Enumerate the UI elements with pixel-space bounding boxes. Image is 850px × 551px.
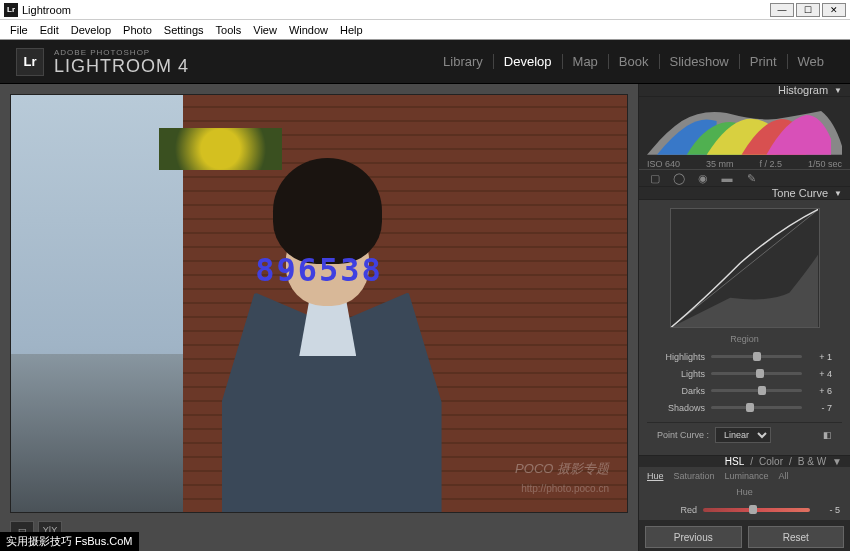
logo-badge: Lr (16, 48, 44, 76)
tab-all[interactable]: All (779, 471, 789, 481)
menu-view[interactable]: View (247, 24, 283, 36)
module-slideshow[interactable]: Slideshow (660, 54, 740, 69)
menu-window[interactable]: Window (283, 24, 334, 36)
slider-red[interactable]: Red - 5 (649, 501, 840, 518)
photo-preview[interactable]: 896538 POCO 摄影专题 http://photo.poco.cn (10, 94, 628, 513)
menu-help[interactable]: Help (334, 24, 369, 36)
module-book[interactable]: Book (609, 54, 660, 69)
footer-watermark: 实用摄影技巧 FsBus.CoM (0, 532, 139, 551)
hsl-tabs: Hue Saturation Luminance All (639, 467, 850, 485)
tone-curve-header[interactable]: Tone Curve▼ (639, 187, 850, 200)
watermark-brand: POCO 摄影专题 (515, 460, 609, 478)
menubar: File Edit Develop Photo Settings Tools V… (0, 20, 850, 40)
histo-focal: 35 mm (706, 159, 734, 169)
module-develop[interactable]: Develop (494, 54, 563, 69)
point-curve-label: Point Curve : (657, 430, 709, 440)
chevron-down-icon: ▼ (834, 189, 842, 198)
app-icon: Lr (4, 3, 18, 17)
curve-edit-icon[interactable]: ◧ (823, 430, 832, 440)
brush-tool-icon[interactable]: ✎ (743, 170, 759, 186)
previous-button[interactable]: Previous (645, 526, 742, 548)
slider-darks[interactable]: Darks + 6 (657, 382, 832, 399)
histo-aperture: f / 2.5 (759, 159, 782, 169)
minimize-button[interactable]: — (770, 3, 794, 17)
menu-settings[interactable]: Settings (158, 24, 210, 36)
tone-curve-graph[interactable] (670, 208, 820, 328)
crop-tool-icon[interactable]: ▢ (647, 170, 663, 186)
tab-hue[interactable]: Hue (647, 471, 664, 481)
point-curve-select[interactable]: Linear (715, 427, 771, 443)
window-title: Lightroom (22, 4, 71, 16)
region-label: Region (647, 328, 842, 346)
hsl-header[interactable]: HSL/ Color/ B & W ▼ (639, 455, 850, 467)
brand-name: LIGHTROOM 4 (54, 57, 189, 75)
module-library[interactable]: Library (433, 54, 494, 69)
histogram-header[interactable]: Histogram▼ (639, 84, 850, 97)
app-header: Lr ADOBE PHOTOSHOP LIGHTROOM 4 Library D… (0, 40, 850, 84)
menu-file[interactable]: File (4, 24, 34, 36)
main-canvas: 896538 POCO 摄影专题 http://photo.poco.cn ▭ … (0, 84, 638, 551)
window-titlebar: Lr Lightroom — ☐ ✕ (0, 0, 850, 20)
reset-button[interactable]: Reset (748, 526, 845, 548)
right-panel: Histogram▼ ISO 640 35 mm f / 2.5 1/50 se… (638, 84, 850, 551)
histogram-graph (647, 101, 842, 155)
menu-develop[interactable]: Develop (65, 24, 117, 36)
tab-saturation[interactable]: Saturation (674, 471, 715, 481)
module-print[interactable]: Print (740, 54, 788, 69)
slider-lights[interactable]: Lights + 4 (657, 365, 832, 382)
module-map[interactable]: Map (563, 54, 609, 69)
maximize-button[interactable]: ☐ (796, 3, 820, 17)
histogram-panel[interactable]: ISO 640 35 mm f / 2.5 1/50 sec (639, 97, 850, 169)
spot-tool-icon[interactable]: ◯ (671, 170, 687, 186)
tab-luminance[interactable]: Luminance (725, 471, 769, 481)
hue-label: Hue (639, 485, 850, 499)
watermark-url: http://photo.poco.cn (521, 483, 609, 494)
menu-photo[interactable]: Photo (117, 24, 158, 36)
histo-shutter: 1/50 sec (808, 159, 842, 169)
chevron-down-icon: ▼ (832, 456, 842, 467)
close-button[interactable]: ✕ (822, 3, 846, 17)
module-web[interactable]: Web (788, 54, 835, 69)
overlay-code: 896538 (255, 251, 383, 289)
chevron-down-icon: ▼ (834, 86, 842, 95)
histo-iso: ISO 640 (647, 159, 680, 169)
tool-strip: ▢ ◯ ◉ ▬ ✎ (639, 169, 850, 187)
menu-tools[interactable]: Tools (210, 24, 248, 36)
slider-shadows[interactable]: Shadows - 7 (657, 399, 832, 416)
menu-edit[interactable]: Edit (34, 24, 65, 36)
slider-highlights[interactable]: Highlights + 1 (657, 348, 832, 365)
redeye-tool-icon[interactable]: ◉ (695, 170, 711, 186)
module-picker: Library Develop Map Book Slideshow Print… (433, 54, 834, 69)
grad-filter-icon[interactable]: ▬ (719, 170, 735, 186)
